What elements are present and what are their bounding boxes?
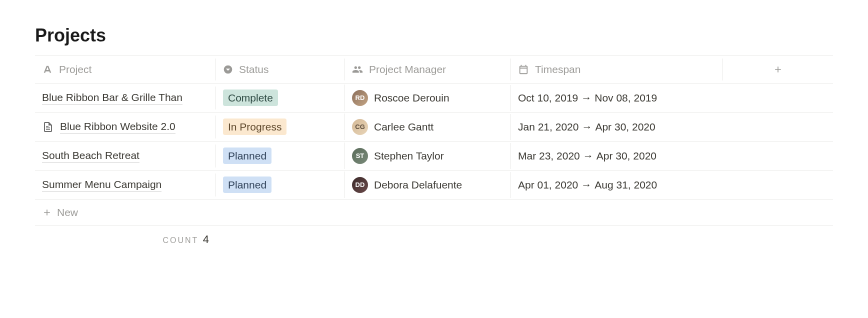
table-row[interactable]: South Beach RetreatPlannedSTStephen Tayl…: [35, 142, 833, 170]
cell-project[interactable]: Blue Ribbon Bar & Grille Than: [35, 86, 216, 110]
count-value: 4: [203, 233, 209, 246]
cell-project[interactable]: Summer Menu Campaign: [35, 174, 216, 196]
avatar: RD: [352, 90, 368, 106]
timespan-text: Jan 21, 2020→Apr 30, 2020: [518, 121, 656, 133]
table-row[interactable]: Blue Ribbon Bar & Grille ThanCompleteRDR…: [35, 84, 833, 112]
manager-name: Roscoe Derouin: [374, 92, 450, 104]
cell-timespan[interactable]: Oct 10, 2019→Nov 08, 2019: [511, 87, 722, 109]
cell-status[interactable]: Planned: [216, 172, 345, 198]
page-icon: [42, 121, 54, 133]
cell-manager[interactable]: RDRoscoe Derouin: [345, 85, 511, 111]
calendar-icon: [518, 64, 529, 75]
column-header-project[interactable]: Project: [35, 58, 216, 80]
column-header-label: Project Manager: [369, 64, 446, 76]
manager-name: Stephen Taylor: [374, 150, 444, 162]
project-title[interactable]: South Beach Retreat: [42, 150, 140, 162]
projects-table: Project Status Project Manager Timespan …: [35, 55, 833, 226]
cell-status[interactable]: Complete: [216, 84, 345, 111]
avatar: CG: [352, 119, 368, 135]
cell-status[interactable]: Planned: [216, 142, 345, 169]
status-badge: In Progress: [223, 118, 286, 135]
cell-timespan[interactable]: Apr 01, 2020→Aug 31, 2020: [511, 174, 722, 196]
cell-project[interactable]: Blue Ribbon Website 2.0: [35, 116, 216, 138]
people-icon: [352, 64, 363, 75]
table-header-row: Project Status Project Manager Timespan: [35, 56, 833, 84]
timespan-text: Mar 23, 2020→Apr 30, 2020: [518, 150, 656, 162]
table-row[interactable]: Summer Menu CampaignPlannedDDDebora Dela…: [35, 170, 833, 200]
plus-icon: [42, 208, 52, 218]
column-header-label: Project: [59, 64, 92, 76]
plus-icon: [773, 64, 783, 74]
column-header-status[interactable]: Status: [216, 58, 345, 80]
status-badge: Planned: [223, 148, 272, 164]
table-footer: COUNT 4: [35, 226, 833, 253]
cell-timespan[interactable]: Mar 23, 2020→Apr 30, 2020: [511, 145, 722, 167]
text-type-icon: [42, 64, 53, 75]
cell-manager[interactable]: CGCarlee Gantt: [345, 114, 511, 140]
column-header-label: Status: [239, 64, 269, 76]
manager-name: Debora Delafuente: [374, 179, 462, 191]
cell-project[interactable]: South Beach Retreat: [35, 144, 216, 168]
page-title: Projects: [35, 25, 833, 46]
new-row-button[interactable]: New: [35, 200, 833, 226]
project-title[interactable]: Blue Ribbon Bar & Grille Than: [42, 92, 182, 104]
cell-status[interactable]: In Progress: [216, 114, 345, 140]
avatar: DD: [352, 177, 368, 193]
count-label: COUNT: [162, 236, 198, 244]
new-row-label: New: [57, 206, 78, 218]
avatar: ST: [352, 148, 368, 164]
cell-timespan[interactable]: Jan 21, 2020→Apr 30, 2020: [511, 116, 722, 138]
project-title[interactable]: Summer Menu Campaign: [42, 178, 162, 192]
column-header-manager[interactable]: Project Manager: [345, 58, 511, 80]
project-title[interactable]: Blue Ribbon Website 2.0: [60, 120, 176, 134]
cell-manager[interactable]: STStephen Taylor: [345, 143, 511, 169]
status-badge: Complete: [223, 90, 278, 106]
column-header-timespan[interactable]: Timespan: [511, 58, 722, 80]
select-tag-icon: [223, 64, 233, 74]
add-column-button[interactable]: [722, 60, 833, 80]
status-badge: Planned: [223, 176, 272, 193]
column-header-label: Timespan: [535, 64, 580, 76]
table-row[interactable]: Blue Ribbon Website 2.0In ProgressCGCarl…: [35, 112, 833, 142]
timespan-text: Oct 10, 2019→Nov 08, 2019: [518, 92, 657, 104]
timespan-text: Apr 01, 2020→Aug 31, 2020: [518, 179, 657, 191]
manager-name: Carlee Gantt: [374, 121, 434, 133]
cell-manager[interactable]: DDDebora Delafuente: [345, 172, 511, 198]
